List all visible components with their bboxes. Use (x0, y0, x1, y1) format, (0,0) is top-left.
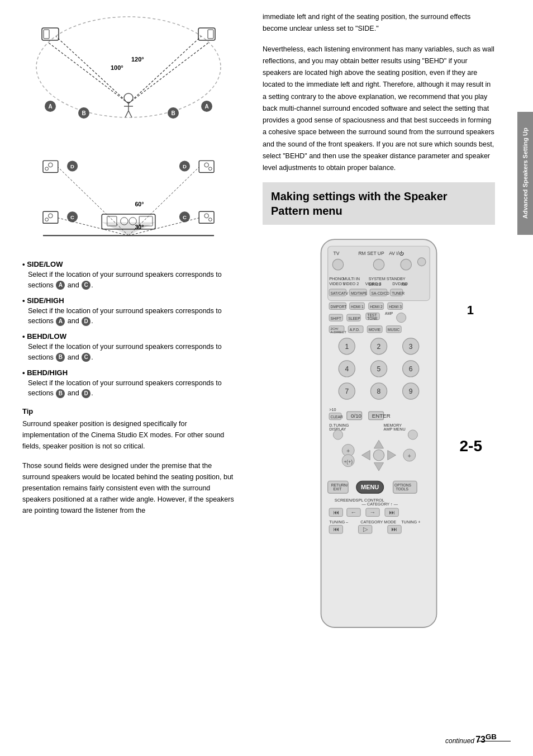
svg-text:B: B (171, 110, 175, 116)
svg-text:TV: TV (333, 251, 339, 256)
svg-line-7 (129, 36, 201, 103)
svg-text:D: D (70, 163, 74, 169)
svg-text:— CATEGORY ↑ —: — CATEGORY ↑ — (362, 502, 398, 507)
right-text-1: immediate left and right of the seating … (263, 11, 495, 35)
svg-text:SLEEP: SLEEP (348, 316, 360, 320)
label-d-2: D (82, 317, 91, 326)
label-b-4: B (56, 389, 65, 398)
bullet-desc-2: Select if the location of your surround … (28, 306, 235, 327)
svg-text:CATEGORY MODE: CATEGORY MODE (360, 519, 396, 525)
label-c-3: C (82, 353, 91, 362)
bullet-desc-4: Select if the location of your surround … (28, 378, 235, 399)
svg-text:→: → (370, 509, 376, 516)
svg-text:TUNING –: TUNING – (329, 519, 349, 525)
svg-rect-2 (44, 30, 49, 39)
svg-point-144 (373, 450, 384, 461)
svg-text:9: 9 (409, 388, 413, 396)
svg-text:+(+): +(+) (344, 459, 353, 465)
svg-text:120°: 120° (131, 56, 144, 63)
svg-text:5: 5 (377, 366, 381, 374)
svg-text:TUNING +: TUNING + (401, 519, 420, 525)
svg-text:D: D (183, 163, 187, 169)
svg-text:7: 7 (345, 388, 349, 396)
top-diagram: 100° 120° A A B B (28, 11, 229, 123)
label-a-2: A (56, 317, 65, 326)
section-heading: Making settings with the Speaker Pattern… (271, 189, 487, 218)
svg-text:A.F.D.: A.F.D. (350, 328, 360, 332)
svg-text:MENU: MENU (361, 484, 379, 490)
right-text-2: Nevertheless, each listening environment… (263, 44, 495, 174)
svg-text:1: 1 (345, 343, 349, 351)
svg-text:MUSIC: MUSIC (388, 328, 400, 332)
svg-text:3: 3 (409, 343, 413, 351)
svg-text:4: 4 (345, 366, 349, 374)
svg-point-63 (373, 259, 384, 270)
svg-rect-4 (208, 30, 213, 39)
svg-text:>10: >10 (329, 407, 336, 412)
svg-text:0/10: 0/10 (351, 413, 362, 419)
svg-text:+: + (408, 452, 411, 459)
continued-text: continued (445, 737, 474, 745)
svg-point-33 (45, 218, 49, 221)
svg-point-29 (204, 163, 209, 167)
svg-text:RM SET UP: RM SET UP (358, 251, 384, 256)
svg-text:MD/TAPE: MD/TAPE (351, 291, 368, 295)
bullet-item-behd-low: • BEHD/LOW Select if the location of you… (22, 332, 235, 363)
tip-text-1: Surround speaker position is designed sp… (22, 418, 235, 452)
label-d-4: D (82, 389, 91, 398)
remote-svg: TV RM SET UP AV I/⏻ PHONO MULTI IN SYSTE… (301, 236, 457, 631)
svg-text:TUNER: TUNER (392, 291, 404, 295)
tip-section: Tip Surround speaker position is designe… (17, 407, 240, 516)
page-number: 73GB (475, 733, 497, 745)
svg-text:SA-CD/CD: SA-CD/CD (372, 291, 389, 295)
svg-rect-25 (43, 160, 58, 172)
right-column: immediate left and right of the seating … (251, 0, 517, 756)
svg-text:100°: 100° (111, 64, 123, 71)
svg-point-62 (332, 259, 343, 270)
svg-text:MOVIE: MOVIE (369, 328, 381, 332)
svg-text:▷: ▷ (363, 526, 368, 533)
svg-point-27 (45, 167, 49, 171)
svg-text:RETURN/: RETURN/ (331, 483, 348, 487)
svg-point-32 (49, 214, 53, 218)
svg-text:←: ← (350, 509, 356, 516)
svg-text:6: 6 (409, 366, 413, 374)
svg-text:AV I/⏻: AV I/⏻ (389, 251, 404, 256)
svg-text:HDMI 3: HDMI 3 (389, 305, 402, 309)
section-heading-box: Making settings with the Speaker Pattern… (263, 182, 495, 225)
svg-text:EXIT: EXIT (333, 488, 341, 492)
svg-text:SAT/CATV: SAT/CATV (331, 291, 349, 295)
tip-text-2: Those sound fields were designed under t… (22, 460, 235, 516)
label-2-5: 2-5 (460, 437, 482, 455)
svg-line-6 (47, 42, 129, 103)
side-tab-text: Advanced Speakers Setting Up (522, 128, 529, 219)
svg-point-30 (208, 167, 212, 171)
label-1: 1 (467, 303, 474, 318)
tip-title: Tip (22, 407, 235, 415)
label-c-1: C (82, 281, 91, 290)
svg-text:TONE: TONE (367, 316, 378, 320)
svg-text:60°: 60° (135, 201, 144, 207)
bullet-desc-1: Select if the location of your surround … (28, 270, 235, 291)
svg-text:⏮: ⏮ (333, 526, 339, 533)
page-container: Advanced Speakers Setting Up (0, 0, 533, 756)
svg-text:AMP MENU: AMP MENU (384, 427, 406, 432)
svg-text:8: 8 (377, 388, 381, 396)
top-diagram-svg: 100° 120° A A B B (28, 11, 229, 123)
remote-area: 1 2-5 TV RM SET UP AV I/⏻ PHONO MULTI I (301, 236, 457, 632)
svg-text:+: + (346, 448, 350, 455)
svg-text:ENTER: ENTER (372, 413, 391, 419)
bullet-desc-3: Select if the location of your surround … (28, 342, 235, 363)
svg-text:DMPORT: DMPORT (331, 305, 347, 309)
svg-rect-34 (199, 211, 214, 223)
svg-text:C: C (183, 214, 187, 220)
svg-text:⏭: ⏭ (389, 509, 395, 516)
svg-text:SHIFT: SHIFT (331, 316, 341, 320)
svg-point-35 (204, 214, 209, 218)
bullet-title-4: • BEHD/HIGH (22, 368, 235, 377)
bottom-diagram: D D C C 60° 30° (28, 129, 229, 252)
svg-point-36 (208, 218, 212, 221)
svg-text:A.DIRECT: A.DIRECT (331, 330, 347, 334)
svg-rect-31 (43, 211, 58, 223)
label-b-3: B (56, 353, 65, 362)
